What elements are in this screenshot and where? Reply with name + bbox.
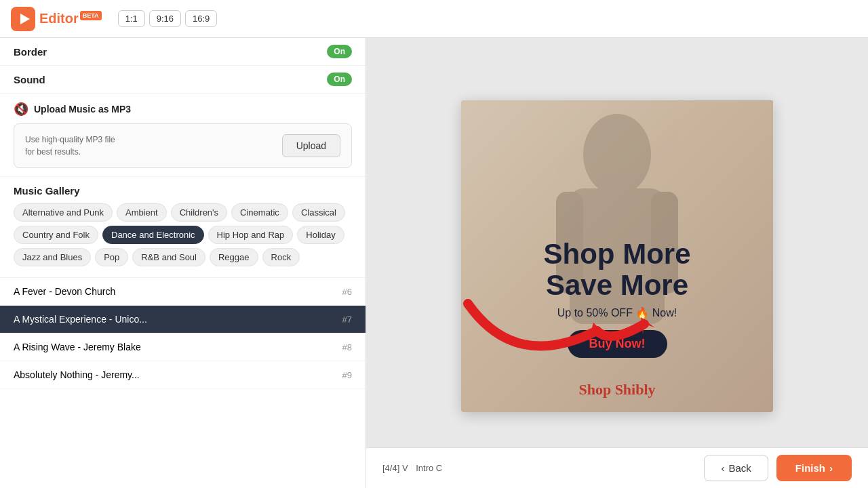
upload-box: Use high-quality MP3 file for best resul… [14,123,352,168]
left-panel: Border On Sound On 🔇 Upload Music as MP3… [0,38,366,488]
upload-title: 🔇 Upload Music as MP3 [14,102,352,117]
app-header: Editor BETA 1:1 9:16 16:9 [0,0,868,38]
track-item[interactable]: Absolutely Nothing - Jeremy... #9 [0,361,366,389]
genre-tag-cinematic[interactable]: Cinematic [231,203,288,222]
back-button[interactable]: ‹ Back [704,455,768,481]
genre-tag-dance-and-electronic[interactable]: Dance and Electronic [102,226,204,244]
genre-tag-children's[interactable]: Children's [171,203,227,222]
ratio-buttons: 1:1 9:16 16:9 [118,10,218,27]
ad-card: Shop MoreSave More Up to 50% OFF 🔥 Now! … [461,100,773,412]
genre-tag-holiday[interactable]: Holiday [297,226,344,244]
ratio-16-9-button[interactable]: 16:9 [185,10,217,27]
track-number: #6 [342,287,352,297]
right-panel: Shop MoreSave More Up to 50% OFF 🔥 Now! … [366,38,868,488]
track-number: #8 [342,342,352,352]
genre-tag-jazz-and-blues[interactable]: Jazz and Blues [14,248,91,266]
ratio-1-1-button[interactable]: 1:1 [118,10,145,27]
genre-tag-alternative-and-punk[interactable]: Alternative and Punk [14,203,113,222]
genre-tag-classical[interactable]: Classical [292,203,345,222]
ad-cta-button[interactable]: Buy Now! [568,330,667,358]
logo-area: Editor BETA [11,7,102,31]
ad-text-overlay: Shop MoreSave More Up to 50% OFF 🔥 Now! … [461,239,773,358]
genre-tag-ambient[interactable]: Ambient [117,203,167,222]
upload-title-text: Upload Music as MP3 [34,104,131,115]
bottom-buttons: ‹ Back Finish › [704,455,852,481]
track-item[interactable]: A Mystical Experience - Unico... #7 [0,306,366,333]
logo-icon [11,7,35,31]
finish-button[interactable]: Finish › [776,455,852,481]
sound-section: Sound On [0,66,366,94]
gallery-title: Music Gallery [14,185,352,197]
sound-toggle[interactable]: On [327,73,352,86]
chevron-left-icon: ‹ [721,462,724,474]
ad-headline: Shop MoreSave More [461,239,773,301]
border-label: Border [14,46,47,58]
sound-label: Sound [14,74,45,85]
upload-button[interactable]: Upload [282,134,340,157]
track-number: #9 [342,370,352,380]
chevron-right-icon: › [829,462,833,474]
genre-tag-pop[interactable]: Pop [95,248,128,266]
track-number: #7 [342,314,352,325]
music-gallery-section: Music Gallery Alternative and PunkAmbien… [0,177,366,272]
track-item[interactable]: A Fever - Devon Church #6 [0,278,366,306]
ad-subtext: Up to 50% OFF 🔥 Now! [461,306,773,319]
svg-point-2 [583,114,651,195]
sound-mute-icon: 🔇 [14,102,28,117]
track-list: A Fever - Devon Church #6 A Mystical Exp… [0,277,366,488]
bottom-bar: [4/4] V Intro C ‹ Back Finish › [366,447,868,488]
upload-description: Use high-quality MP3 file for best resul… [25,134,115,158]
track-item[interactable]: A Rising Wave - Jeremy Blake #8 [0,333,366,361]
border-toggle[interactable]: On [327,45,352,58]
genre-tag-r&b-and-soul[interactable]: R&B and Soul [132,248,205,266]
border-section: Border On [0,38,366,66]
genre-tag-hip-hop-and-rap[interactable]: Hip Hop and Rap [208,226,294,244]
canvas-preview: Shop MoreSave More Up to 50% OFF 🔥 Now! … [461,100,773,412]
track-name: Absolutely Nothing - Jeremy... [14,369,140,380]
genre-tag-rock[interactable]: Rock [262,248,300,266]
bottom-status: [4/4] V Intro C [382,463,442,473]
genre-tag-reggae[interactable]: Reggae [210,248,258,266]
upload-section: 🔇 Upload Music as MP3 Use high-quality M… [0,94,366,177]
track-name: A Rising Wave - Jeremy Blake [14,342,141,352]
track-name: A Fever - Devon Church [14,286,115,297]
genre-tag-country-and-folk[interactable]: Country and Folk [14,226,98,244]
brand-logo: Shop Shibly [578,381,655,399]
genre-tags-container: Alternative and PunkAmbientChildren'sCin… [14,203,352,266]
track-name: A Mystical Experience - Unico... [14,314,147,325]
beta-badge: BETA [80,11,102,20]
ratio-9-16-button[interactable]: 9:16 [149,10,181,27]
logo-text: Editor [39,11,79,26]
main-layout: Border On Sound On 🔇 Upload Music as MP3… [0,38,868,488]
